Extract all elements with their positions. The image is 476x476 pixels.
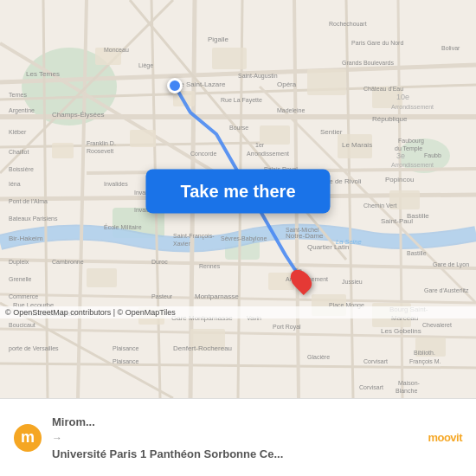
svg-text:Boucicaut: Boucicaut: [9, 322, 35, 328]
svg-text:Montparnasse: Montparnasse: [195, 293, 239, 300]
svg-text:Corvisart: Corvisart: [359, 384, 383, 390]
svg-text:Sèvres-Babylone: Sèvres-Babylone: [221, 235, 267, 242]
svg-text:Cambronne: Cambronne: [52, 259, 84, 265]
svg-text:Paris Gare du Nord: Paris Gare du Nord: [351, 40, 403, 46]
svg-text:Bateaux Parisiens: Bateaux Parisiens: [9, 215, 58, 222]
svg-text:Plaisance: Plaisance: [113, 345, 138, 351]
svg-text:Arrondissement: Arrondissement: [391, 104, 434, 110]
svg-text:Dupleix: Dupleix: [9, 259, 29, 266]
svg-text:Invalides: Invalides: [104, 181, 128, 187]
svg-text:Sentier: Sentier: [320, 128, 343, 136]
svg-rect-30: [260, 125, 290, 145]
svg-text:Boissière: Boissière: [9, 166, 34, 172]
svg-text:Gare d'Austerlitz: Gare d'Austerlitz: [424, 287, 469, 293]
svg-text:Liège: Liège: [138, 62, 153, 69]
svg-text:La Seine: La Seine: [336, 238, 362, 246]
svg-rect-32: [307, 69, 346, 95]
svg-text:Popincou: Popincou: [385, 176, 414, 183]
svg-text:Bourse: Bourse: [229, 125, 248, 131]
svg-text:Maison-: Maison-: [398, 380, 421, 386]
svg-text:Opéra: Opéra: [277, 80, 297, 88]
svg-rect-40: [87, 268, 117, 287]
svg-text:Commerce: Commerce: [9, 293, 38, 299]
svg-text:Bastille: Bastille: [407, 212, 429, 220]
svg-text:Bolivar: Bolivar: [441, 45, 460, 51]
svg-text:Arrondissement: Arrondissement: [247, 151, 289, 157]
svg-text:Chemin Vert: Chemin Vert: [363, 203, 397, 209]
copyright-bar: © OpenStreetMap contributors | © OpenMap…: [0, 306, 476, 318]
destination-marker: [293, 268, 310, 293]
svg-text:Iéna: Iéna: [9, 181, 21, 187]
map-container: Les Ternes Monceau Pigalle Rochechouart …: [0, 0, 476, 398]
svg-rect-35: [52, 143, 74, 158]
svg-text:Château d'Eau: Château d'Eau: [363, 86, 403, 92]
svg-text:Rennes: Rennes: [199, 263, 221, 269]
svg-text:Le Marais: Le Marais: [342, 141, 372, 149]
svg-text:Les Ternes: Les Ternes: [26, 70, 60, 78]
svg-text:Concorde: Concorde: [190, 151, 216, 157]
svg-rect-34: [130, 130, 156, 147]
moovit-brand-text: moovit: [428, 431, 462, 444]
svg-text:Roosevelt: Roosevelt: [87, 148, 113, 154]
svg-text:Saint-Augustin: Saint-Augustin: [238, 73, 278, 80]
svg-text:Saint-François-: Saint-François-: [173, 233, 215, 240]
svg-text:Monceau: Monceau: [104, 47, 129, 53]
svg-text:Rue La Fayette: Rue La Fayette: [221, 97, 262, 104]
svg-text:Grands Boulevards: Grands Boulevards: [342, 60, 394, 66]
moovit-logo-icon: m: [14, 424, 42, 452]
svg-text:Notre-Dame: Notre-Dame: [286, 232, 324, 240]
svg-text:Glacière: Glacière: [307, 354, 330, 360]
svg-text:École Militaire: École Militaire: [104, 223, 142, 230]
svg-text:10e: 10e: [396, 93, 409, 101]
svg-text:Champs-Élysées: Champs-Élysées: [52, 111, 104, 119]
svg-text:Kléber: Kléber: [9, 129, 27, 135]
svg-text:Port Royal: Port Royal: [273, 324, 301, 331]
svg-text:Faubourg: Faubourg: [398, 138, 424, 145]
svg-text:Saint-Michel: Saint-Michel: [286, 227, 319, 233]
svg-text:Plaisance: Plaisance: [113, 358, 138, 364]
from-station: Mirom...: [52, 415, 417, 428]
svg-text:Corvisart: Corvisart: [363, 358, 388, 364]
origin-marker: [167, 78, 183, 93]
svg-text:Rochechouart: Rochechouart: [329, 21, 367, 27]
route-info: Mirom... → Université Paris 1 Panthéon S…: [52, 415, 417, 460]
copyright-text: © OpenStreetMap contributors | © OpenMap…: [5, 308, 176, 317]
svg-text:Biblioth.: Biblioth.: [414, 350, 435, 356]
moovit-logo: m: [14, 424, 42, 452]
svg-text:Grenelle: Grenelle: [9, 276, 32, 282]
svg-text:Chaillot: Chaillot: [9, 149, 29, 155]
to-station: Université Paris 1 Panthéon Sorbonne Ce.…: [52, 447, 417, 460]
svg-text:3e: 3e: [396, 151, 405, 160]
svg-text:Ternes: Ternes: [9, 92, 28, 98]
svg-text:Bir-Hakeim: Bir-Hakeim: [9, 235, 43, 242]
svg-text:Pasteur: Pasteur: [151, 293, 173, 299]
svg-text:Denfert-Rochereau: Denfert-Rochereau: [173, 344, 232, 352]
svg-text:Duroc: Duroc: [151, 259, 168, 265]
route-arrow: →: [52, 432, 417, 444]
svg-text:Franklin D.: Franklin D.: [87, 140, 116, 146]
svg-text:Bastille: Bastille: [407, 250, 427, 256]
svg-text:Blanche: Blanche: [396, 388, 417, 394]
svg-text:Pont de l'Alma: Pont de l'Alma: [9, 198, 48, 204]
svg-text:Jussieu: Jussieu: [342, 279, 363, 285]
svg-text:Xavier: Xavier: [173, 241, 191, 247]
svg-text:République: République: [372, 115, 408, 123]
svg-text:Les Gobelins: Les Gobelins: [381, 327, 421, 335]
svg-text:Chevaleret: Chevaleret: [422, 322, 452, 328]
svg-text:Madeleine: Madeleine: [277, 107, 305, 113]
bottom-bar: m Mirom... → Université Paris 1 Panthéon…: [0, 398, 476, 476]
svg-rect-31: [212, 48, 247, 69]
svg-text:Arrondissement: Arrondissement: [391, 162, 434, 168]
svg-text:François M.: François M.: [409, 358, 441, 365]
take-me-there-button[interactable]: Take me there: [145, 169, 330, 213]
svg-text:Gare de Lyon: Gare de Lyon: [433, 261, 469, 268]
svg-text:1er: 1er: [255, 142, 265, 148]
svg-text:Argentine: Argentine: [9, 107, 35, 114]
svg-text:Faubb: Faubb: [424, 152, 441, 158]
svg-text:porte de Versailles: porte de Versailles: [9, 345, 59, 352]
svg-text:Pigalle: Pigalle: [208, 35, 229, 43]
